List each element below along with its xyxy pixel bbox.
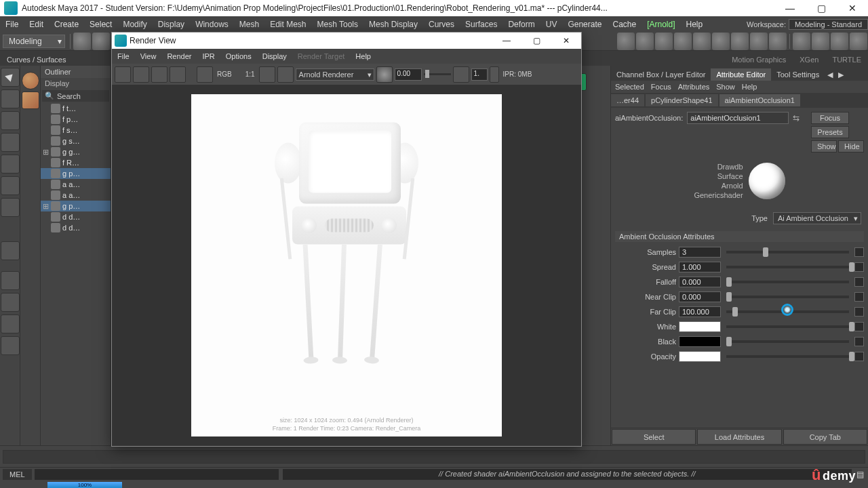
rv-minimize-button[interactable]: — [492,36,521,45]
color-swatch[interactable] [679,321,721,332]
attr-slider[interactable] [726,355,849,358]
attr-connect-icon[interactable] [854,292,864,302]
rv-pause-icon[interactable] [376,66,393,83]
focus-button[interactable]: Focus [811,112,849,124]
shelf-icon[interactable] [831,33,848,50]
tab-nav-left-icon[interactable]: ◀ [825,69,835,81]
attr-connect-icon[interactable] [854,337,864,346]
command-input[interactable] [35,469,279,480]
time-slider[interactable] [3,450,865,464]
menu-modify[interactable]: Modify [117,20,152,29]
attr-connect-icon[interactable] [854,247,864,257]
outliner-item[interactable]: d d… [41,211,111,222]
outliner-item[interactable]: a a… [41,179,111,190]
tab-attribute-editor[interactable]: Attribute Editor [711,68,771,81]
snap-icon[interactable] [1,241,20,260]
node-tab[interactable]: aiAmbientOcclusion1 [719,94,800,106]
workspace-dropdown[interactable]: Modeling - Standard [789,19,868,30]
rv-menu-view[interactable]: View [135,52,162,60]
outliner-item[interactable]: ⊞g p… [41,201,111,211]
ae-menu-focus[interactable]: Focus [651,83,671,91]
shelf-icon[interactable] [769,33,787,50]
attr-slider[interactable] [726,340,849,343]
menu-deform[interactable]: Deform [502,20,540,29]
ae-menu-attributes[interactable]: Attributes [678,83,709,91]
menu-generate[interactable]: Generate [562,20,607,29]
polycube-icon[interactable] [22,92,39,109]
rv-menu-ipr[interactable]: IPR [197,52,220,60]
tab-channelbox[interactable]: Channel Box / Layer Editor [611,68,711,81]
outliner-item[interactable]: d d… [41,222,111,233]
paint-tool-icon[interactable] [1,111,20,130]
rotate-tool-icon[interactable] [1,155,20,174]
menu-cache[interactable]: Cache [607,20,642,29]
script-mode[interactable]: MEL [3,469,32,480]
menu-select[interactable]: Select [84,20,117,29]
tab-nav-right-icon[interactable]: ▶ [835,69,846,81]
node-tab[interactable]: …er44 [611,94,644,106]
menu-file[interactable]: File [0,20,24,29]
lasso-tool-icon[interactable] [1,89,20,108]
shelf-icon[interactable] [674,33,692,50]
layout-icon[interactable] [1,271,20,290]
attr-value-field[interactable] [679,262,721,272]
outliner-item[interactable]: g s… [41,136,111,146]
render-canvas[interactable]: size: 1024 x 1024 zoom: 0.494 (Arnold Re… [112,85,581,446]
scale-tool-icon[interactable] [1,176,20,195]
menu-windows[interactable]: Windows [190,20,234,29]
outliner-item[interactable]: f p… [41,114,111,125]
shelf-tab[interactable]: XGen [793,54,825,66]
attr-slider[interactable] [726,281,849,283]
rv-remove-icon[interactable] [277,66,294,83]
attr-connect-icon[interactable] [854,352,864,361]
shelf-icon[interactable] [617,33,635,50]
menu-arnold[interactable]: [Arnold] [642,20,680,29]
maximize-button[interactable]: ▢ [806,0,837,16]
shelf-icon[interactable] [92,33,110,50]
menu-uv[interactable]: UV [540,20,563,29]
section-header[interactable]: Ambient Occlusion Attributes [615,231,864,242]
copy-tab-button[interactable]: Copy Tab [783,429,867,445]
outliner-item[interactable]: f R… [41,157,111,168]
select-tool-icon[interactable] [1,68,20,87]
minimize-button[interactable]: — [774,0,806,16]
rv-gamma-field[interactable]: 1. [471,68,488,81]
timeline[interactable] [0,445,868,467]
menu-help[interactable]: Help [681,20,709,29]
shelf-icon[interactable] [850,33,867,50]
rv-render-icon[interactable] [115,66,131,83]
shelf-icon[interactable] [693,33,711,50]
attr-connect-icon[interactable] [854,262,864,272]
attr-connect-icon[interactable] [854,307,864,317]
rv-refresh-icon[interactable] [197,66,213,83]
layout-icon[interactable] [1,336,20,355]
menu-meshdisplay[interactable]: Mesh Display [363,20,423,29]
rv-exposure-field[interactable]: 0.00 [395,68,422,81]
shelf-tab[interactable]: Curves / Surfaces [0,54,73,66]
shelf-tab[interactable]: TURTLE [825,54,868,66]
outliner-item[interactable]: ⊞g g… [41,146,111,157]
ae-menu-help[interactable]: Help [742,83,757,91]
shelf-icon[interactable] [793,33,810,50]
rv-ratio-label[interactable]: 1:1 [243,70,257,78]
hide-button[interactable]: Hide [838,140,864,152]
attr-connect-icon[interactable] [854,322,864,331]
outliner-item[interactable]: g p… [41,168,111,179]
type-dropdown[interactable]: Ai Ambient Occlusion [773,212,861,224]
rv-menu-file[interactable]: File [112,52,135,60]
shelf-icon[interactable] [712,33,730,50]
attr-connect-icon[interactable] [854,277,864,287]
move-tool-icon[interactable] [1,133,20,152]
attr-slider[interactable] [726,266,849,268]
menu-display[interactable]: Display [153,20,190,29]
outliner-display[interactable]: Display [41,78,111,89]
rv-menu-help[interactable]: Help [350,52,376,60]
shelf-icon[interactable] [750,33,768,50]
shelf-icon[interactable] [812,33,829,50]
menu-editmesh[interactable]: Edit Mesh [264,20,311,29]
outliner-item[interactable]: f s… [41,125,111,136]
shelf-icon[interactable] [655,33,673,50]
rv-maximize-button[interactable]: ▢ [521,36,551,45]
rv-keep-icon[interactable] [259,66,275,83]
polysphere-icon[interactable] [22,72,39,89]
